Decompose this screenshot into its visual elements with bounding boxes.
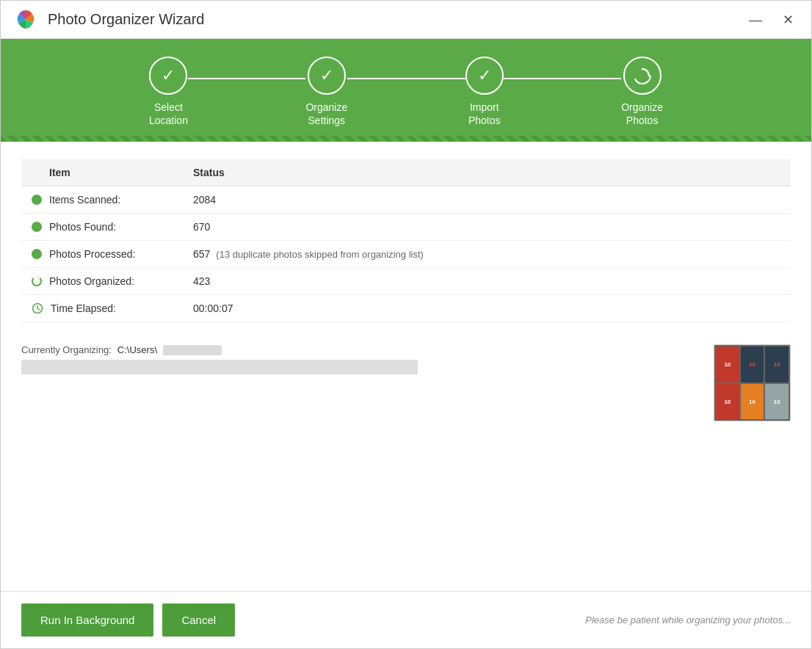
svg-point-0 (634, 68, 650, 84)
currently-organizing-label: Currently Organizing: (21, 344, 112, 355)
cancel-button[interactable]: Cancel (162, 603, 235, 637)
main-content: Item Status Items Scanned: 2084 Photos F… (1, 142, 811, 591)
stats-table: Item Status Items Scanned: 2084 Photos F… (21, 159, 791, 322)
item-col-0: Items Scanned: (32, 194, 173, 206)
step-import-photos: ✓ ImportPhotos (465, 57, 504, 127)
item-label-0: Items Scanned: (49, 194, 120, 206)
status-dot-2 (32, 249, 42, 259)
table-row: Time Elapsed: 00:00:07 (21, 295, 791, 322)
footer: Run In Background Cancel Please be patie… (1, 591, 811, 648)
thumb-1: 10 (716, 347, 739, 382)
table-row: Items Scanned: 2084 (21, 186, 791, 214)
item-col-2: Photos Processed: (32, 248, 173, 260)
status-value-2: 657 (193, 248, 210, 260)
item-label-3: Photos Organized: (49, 275, 134, 287)
minimize-button[interactable]: — (743, 10, 768, 29)
status-cell-1: 670 (183, 214, 791, 241)
thumb-4: 10 (716, 384, 739, 420)
status-value-1: 670 (193, 221, 210, 233)
organizing-path: C:\Users\ (117, 344, 157, 355)
current-photo-thumbnail: 10 10 10 10 10 10 (714, 344, 791, 421)
item-label-4: Time Elapsed: (51, 302, 116, 314)
organizing-full-path-blur (21, 360, 418, 374)
app-title: Photo Organizer Wizard (48, 11, 743, 28)
item-col-4: Time Elapsed: (32, 302, 173, 314)
step-organize-settings: ✓ OrganizeSettings (305, 57, 347, 127)
col-status-header: Status (183, 159, 791, 186)
step-3-circle: ✓ (465, 57, 504, 95)
step-2-label: OrganizeSettings (305, 101, 347, 127)
step-organize-photos: OrganizePhotos (621, 57, 663, 127)
thumb-3: 10 (765, 347, 789, 382)
status-value-0: 2084 (193, 194, 216, 206)
status-dot-0 (32, 195, 42, 205)
status-clock-4 (32, 302, 43, 314)
run-in-background-button[interactable]: Run In Background (21, 603, 153, 637)
content-spacer (21, 421, 791, 573)
item-cell-0: Items Scanned: (21, 186, 183, 214)
status-note-2: (13 duplicate photos skipped from organi… (216, 249, 424, 260)
app-logo (12, 7, 39, 33)
connector-2-3 (347, 78, 465, 79)
table-row: Photos Processed: 657(13 duplicate photo… (21, 241, 791, 268)
thumb-5: 10 (741, 384, 764, 420)
close-button[interactable]: ✕ (777, 10, 800, 29)
step-select-location: ✓ SelectLocation (149, 57, 188, 127)
item-label-1: Photos Found: (49, 221, 116, 233)
status-dot-1 (32, 222, 42, 232)
thumb-6: 10 (765, 384, 789, 420)
item-col-3: Photos Organized: (32, 275, 173, 287)
step-4-label: OrganizePhotos (621, 101, 663, 127)
status-cell-0: 2084 (183, 186, 791, 214)
status-cell-4: 00:00:07 (183, 295, 791, 322)
item-col-1: Photos Found: (32, 221, 173, 233)
status-spinner-3 (32, 276, 42, 286)
path-blur-text (163, 345, 222, 355)
step-4-circle (623, 57, 661, 95)
table-row: Photos Found: 670 (21, 214, 791, 241)
item-label-2: Photos Processed: (49, 248, 136, 260)
organizing-section: Currently Organizing: C:\Users\ 10 10 10 (21, 344, 791, 421)
organizing-info: Currently Organizing: C:\Users\ (21, 344, 699, 374)
table-row: Photos Organized: 423 (21, 268, 791, 295)
step-3-label: ImportPhotos (468, 101, 501, 127)
wizard-steps: ✓ SelectLocation ✓ OrganizeSettings ✓ Im… (1, 39, 811, 142)
title-bar: Photo Organizer Wizard — ✕ (1, 1, 811, 39)
window-controls: — ✕ (743, 10, 800, 29)
item-cell-2: Photos Processed: (21, 241, 183, 268)
step-1-circle: ✓ (149, 57, 187, 95)
status-value-4: 00:00:07 (193, 302, 233, 314)
col-item-header: Item (21, 159, 183, 186)
status-cell-3: 423 (183, 268, 791, 295)
step-2-circle: ✓ (308, 57, 346, 95)
status-value-3: 423 (193, 275, 210, 287)
footer-message: Please be patient while organizing your … (585, 614, 791, 626)
item-cell-1: Photos Found: (21, 214, 183, 241)
connector-1-2 (188, 78, 305, 79)
status-cell-2: 657(13 duplicate photos skipped from org… (183, 241, 791, 268)
steps-container: ✓ SelectLocation ✓ OrganizeSettings ✓ Im… (149, 57, 663, 127)
thumbnail-grid: 10 10 10 10 10 10 (714, 345, 790, 421)
item-cell-4: Time Elapsed: (21, 295, 183, 322)
item-cell-3: Photos Organized: (21, 268, 183, 295)
thumb-2: 10 (741, 347, 764, 382)
organizing-label-row: Currently Organizing: C:\Users\ (21, 344, 699, 355)
connector-3-4 (504, 78, 621, 79)
app-window: Photo Organizer Wizard — ✕ ✓ SelectLocat… (0, 0, 812, 649)
step-1-label: SelectLocation (149, 101, 188, 127)
